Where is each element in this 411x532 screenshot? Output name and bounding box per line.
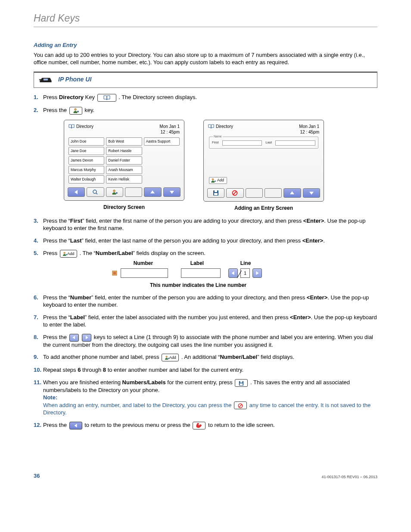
screen-a-caption: Directory Screen: [64, 204, 184, 211]
step-7: Press the “Label” field, enter the label…: [34, 314, 377, 329]
directory-entry[interactable]: Kevin Hellisk: [106, 175, 142, 184]
up-button[interactable]: [144, 187, 161, 197]
step-12: Press the to return to the previous menu…: [34, 422, 377, 429]
note-text: When adding an entry, number, and label …: [43, 402, 371, 416]
back-button[interactable]: [68, 187, 85, 197]
last-input[interactable]: [275, 140, 315, 146]
line-number-note: This number indicates the Line number: [112, 282, 284, 289]
save-key-icon: [235, 379, 248, 387]
add-softkey-icon: Add: [60, 250, 77, 258]
label-header: Label: [174, 260, 220, 267]
directory-entry[interactable]: Jane Doe: [68, 147, 104, 155]
line-number-value: 1: [240, 268, 250, 278]
svg-rect-6: [44, 78, 48, 80]
up-button[interactable]: [283, 188, 301, 198]
directory-entry[interactable]: Robert Hassle: [106, 147, 142, 155]
down-button[interactable]: [303, 188, 320, 198]
directory-entry[interactable]: Bob West: [106, 137, 142, 146]
step-11: When you are finished entering Numbers/L…: [34, 379, 377, 417]
ip-phone-ui-box: IP Phone UI: [34, 72, 377, 88]
steps-list: Press Directory Key . The Directory scre…: [34, 94, 377, 429]
step-1: Press Directory Key . The Directory scre…: [34, 94, 377, 102]
line-prev-button[interactable]: [228, 268, 238, 278]
save-button[interactable]: [207, 188, 224, 198]
directory-entry[interactable]: Marcus Murphy: [68, 166, 104, 174]
number-field-icon: [112, 270, 118, 276]
desk-phone-icon: [38, 75, 53, 84]
first-label: First: [212, 140, 219, 145]
directory-entry[interactable]: Arash Moosam: [106, 166, 142, 174]
number-header: Number: [112, 260, 174, 267]
add-softkey[interactable]: Add: [209, 177, 227, 184]
add-softkey-icon: Add: [162, 354, 179, 361]
line-header: Line: [220, 260, 271, 267]
step-6: Press the “Number” field, enter the numb…: [34, 294, 377, 309]
screen-b-caption: Adding an Entry Screen: [203, 205, 324, 212]
directory-screen-mock: Directory Mon Jan 112 : 45pm John DoeBob…: [64, 120, 184, 201]
ip-phone-ui-label: IP Phone UI: [58, 75, 91, 83]
page-title: Hard Keys: [34, 12, 377, 27]
book-icon: [208, 124, 214, 129]
back-key-icon: [69, 422, 82, 429]
note-label: Note:: [43, 394, 57, 401]
right-arrow-key-icon: [82, 334, 91, 342]
label-input[interactable]: [181, 268, 221, 278]
doc-revision: 41-001317-05 REV01 – 06.2013: [321, 475, 377, 480]
home-phone-key-icon: [193, 422, 206, 429]
cancel-key-icon: [234, 401, 247, 409]
left-arrow-key-icon: [69, 334, 79, 342]
directory-entry[interactable]: John Doe: [68, 137, 104, 146]
directory-hardkey-icon: [97, 94, 116, 102]
directory-entry[interactable]: Daniel Foster: [106, 156, 142, 165]
name-fieldset-legend: Name: [213, 134, 223, 138]
directory-entry[interactable]: Walter Dolaugh: [68, 175, 104, 184]
page-number: 36: [34, 473, 40, 480]
number-input[interactable]: [121, 268, 168, 278]
number-label-line-figure: Number Label Line 1 This number indicate…: [112, 260, 284, 289]
line-next-button[interactable]: [252, 268, 262, 278]
step-8: Press the keys to select a Line (1 throu…: [34, 334, 377, 349]
first-input[interactable]: [222, 140, 262, 146]
down-button[interactable]: [163, 187, 181, 197]
add-person-key-icon: [69, 107, 82, 115]
search-button[interactable]: [87, 187, 104, 197]
step-2: Press the key. Directory Mon Jan 112 : 4…: [34, 107, 377, 212]
page-footer: 36 41-001317-05 REV01 – 06.2013: [34, 473, 377, 480]
intro-paragraph: You can add up to 200 entries to your Di…: [34, 52, 377, 66]
directory-entry[interactable]: Aastra Support: [144, 137, 180, 146]
last-label: Last: [265, 140, 272, 145]
add-entry-screen-mock: Directory Mon Jan 112 : 45pm Name First …: [203, 120, 324, 202]
step-5: Press Add . The “Number/Label” fields di…: [34, 250, 377, 289]
step-3: Press the “First” field, enter the first…: [34, 218, 377, 232]
cancel-button[interactable]: [226, 188, 243, 198]
section-heading: Adding an Entry: [34, 42, 377, 49]
step-9: To add another phone number and label, p…: [34, 354, 377, 361]
book-icon: [68, 124, 75, 129]
directory-entry[interactable]: James Devon: [68, 156, 104, 165]
step-10: Repeat steps 6 through 8 to enter anothe…: [34, 367, 377, 374]
add-person-button[interactable]: [106, 187, 123, 197]
step-4: Press the “Last” field, enter the last n…: [34, 237, 377, 245]
